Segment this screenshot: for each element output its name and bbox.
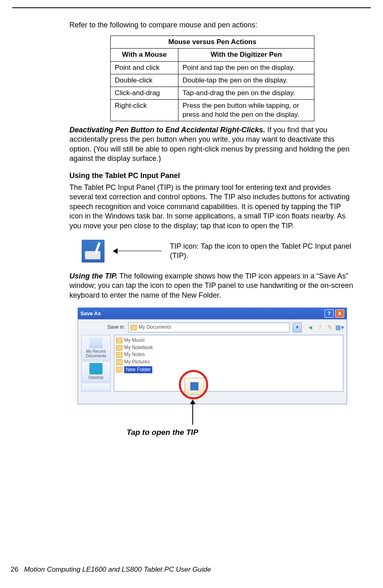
- file-name: My Notes: [124, 352, 145, 358]
- help-button[interactable]: ?: [325, 310, 334, 318]
- list-item[interactable]: My Pictures: [116, 359, 341, 366]
- table-row: Point and click Point and tap the pen on…: [111, 61, 314, 74]
- floating-tip-icon[interactable]: [185, 378, 204, 395]
- cell-pen: Point and tap the pen on the display.: [178, 61, 314, 74]
- new-folder-selected[interactable]: New Folder: [124, 366, 152, 374]
- cell-mouse: Click-and-drag: [111, 87, 178, 99]
- table-row: Double-click Double-tap the pen on the d…: [111, 74, 314, 87]
- folder-icon: [130, 325, 137, 330]
- tip-icon-row: TIP icon: Tap the icon to open the Table…: [82, 240, 355, 263]
- place-partial: [81, 383, 111, 392]
- file-name: My Pictures: [124, 359, 150, 365]
- up-folder-icon[interactable]: ⤴: [316, 324, 324, 331]
- intro-text: Refer to the following to compare mouse …: [69, 20, 355, 30]
- deactivating-paragraph: Deactivating Pen Button to End Accidenta…: [69, 125, 355, 164]
- page-number: 26: [11, 566, 18, 573]
- cell-pen: Tap-and-drag the pen on the display.: [178, 87, 314, 99]
- table-col2-header: With the Digitizer Pen: [178, 49, 314, 61]
- deactivating-lead: Deactivating Pen Button to End Accidenta…: [69, 126, 265, 134]
- saveas-title-text: Save As: [80, 310, 101, 317]
- savein-value: My Documents: [138, 324, 171, 331]
- cell-pen: Press the pen button while tapping, or p…: [178, 99, 314, 121]
- table-header-top: Mouse versus Pen Actions: [111, 36, 314, 49]
- arrow-up-icon: [192, 399, 193, 425]
- desktop-icon: [89, 363, 102, 374]
- tap-caption: Tap to open the TIP: [127, 428, 198, 438]
- savein-label: Save in:: [107, 324, 125, 331]
- toolbar-icons: ◄ ⤴ ✎ ▦▾: [305, 324, 343, 331]
- tip-paragraph: The Tablet PC Input Panel (TIP) is the p…: [69, 183, 355, 231]
- titlebar-buttons: ? X: [325, 310, 344, 318]
- arrow-left-icon: [113, 247, 162, 255]
- saveas-body: Save in: My Documents ▾ ◄ ⤴ ✎ ▦▾: [78, 319, 347, 404]
- place-recent-label: My Recent Documents: [82, 349, 109, 358]
- top-rule: [12, 7, 371, 8]
- file-list[interactable]: My Music My Notebook My Notes My Picture…: [114, 335, 343, 392]
- table-row: Right-click Press the pen button while t…: [111, 99, 314, 121]
- folder-icon: [116, 345, 122, 351]
- new-folder-icon[interactable]: ✎: [326, 324, 334, 331]
- folder-icon: [116, 367, 122, 372]
- folder-icon: [116, 338, 122, 343]
- table-col1-header: With a Mouse: [111, 49, 178, 61]
- folder-icon: [116, 359, 122, 365]
- file-name: My Music: [124, 337, 145, 344]
- page: Refer to the following to compare mouse …: [0, 0, 383, 588]
- close-button[interactable]: X: [335, 310, 344, 318]
- using-tip-paragraph: Using the TIP. The following example sho…: [69, 272, 355, 300]
- savein-select[interactable]: My Documents: [128, 323, 289, 332]
- tip-subheading: Using the Tablet PC Input Panel: [69, 171, 355, 180]
- cell-pen: Double-tap the pen on the display.: [178, 74, 314, 87]
- folder-icon: [116, 352, 122, 358]
- file-name: My Notebook: [124, 345, 153, 351]
- savein-row: Save in: My Documents ▾ ◄ ⤴ ✎ ▦▾: [81, 323, 343, 332]
- tip-mini-icon: [190, 382, 198, 390]
- list-item[interactable]: New Folder: [116, 366, 341, 374]
- saveas-figure: Save As ? X Save in: My Documents ▾: [78, 307, 347, 404]
- list-item[interactable]: My Notebook: [116, 344, 341, 352]
- tip-icon-label: TIP icon: Tap the icon to open the Table…: [170, 242, 355, 261]
- content-column: Refer to the following to compare mouse …: [69, 20, 355, 404]
- table-row: Click-and-drag Tap-and-drag the pen on t…: [111, 87, 314, 99]
- cell-mouse: Double-click: [111, 74, 178, 87]
- place-desktop[interactable]: Desktop: [81, 361, 111, 382]
- places-bar: My Recent Documents Desktop: [81, 335, 111, 392]
- back-icon[interactable]: ◄: [307, 324, 314, 331]
- page-footer: 26Motion Computing LE1600 and LS800 Tabl…: [11, 565, 211, 574]
- list-item[interactable]: My Music: [116, 337, 341, 344]
- using-tip-lead: Using the TIP.: [69, 272, 118, 280]
- views-icon[interactable]: ▦▾: [336, 324, 343, 331]
- tip-icon: [82, 240, 105, 263]
- tip-icon-pad: [85, 251, 100, 259]
- book-title: Motion Computing LE1600 and LS800 Tablet…: [24, 566, 211, 573]
- place-recent[interactable]: My Recent Documents: [81, 335, 111, 360]
- mouse-pen-table: Mouse versus Pen Actions With a Mouse Wi…: [110, 36, 314, 121]
- cell-mouse: Point and click: [111, 61, 178, 74]
- cell-mouse: Right-click: [111, 99, 178, 121]
- saveas-titlebar: Save As ? X: [78, 308, 347, 319]
- dropdown-arrow-icon[interactable]: ▾: [293, 323, 302, 332]
- place-desktop-label: Desktop: [89, 375, 104, 380]
- recent-docs-icon: [89, 337, 102, 348]
- saveas-window: Save As ? X Save in: My Documents ▾: [78, 307, 347, 404]
- body-row: My Recent Documents Desktop My Music My …: [81, 335, 343, 392]
- list-item[interactable]: My Notes: [116, 351, 341, 359]
